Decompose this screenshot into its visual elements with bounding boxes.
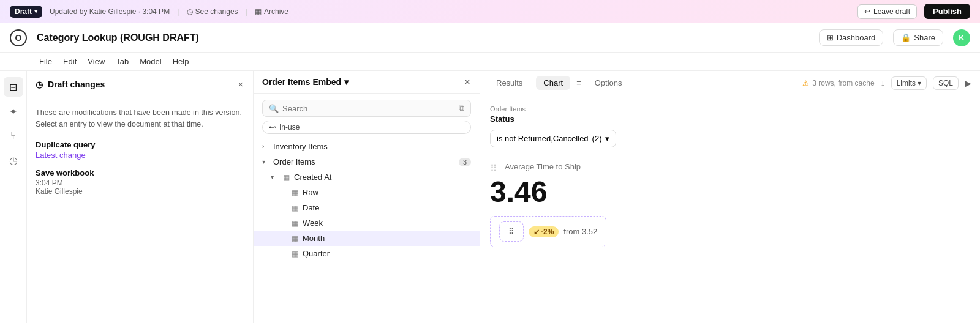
tree-order-items[interactable]: ▾ Order Items 3: [254, 154, 480, 169]
metric-value: 3.46: [490, 175, 970, 209]
tree-raw[interactable]: ▦ Raw: [254, 185, 480, 200]
link-icon: ⊷: [269, 123, 276, 132]
draft-item-title-2: Save workbook: [36, 168, 244, 177]
field-icon: ▦: [290, 204, 299, 212]
filter-select[interactable]: is not Returned,Cancelled (2) ▾: [490, 130, 616, 147]
draft-badge[interactable]: Draft ▾: [10, 6, 42, 18]
sliders-icon: ⧉: [459, 103, 464, 113]
warning-icon: ⚠: [802, 79, 809, 87]
chevron-right-icon: ›: [262, 143, 270, 150]
menu-edit[interactable]: Edit: [58, 54, 81, 69]
tree-inventory-items[interactable]: › Inventory Items: [254, 139, 480, 154]
draft-item-title-1: Duplicate query: [36, 140, 244, 149]
sidebar-icon-connections[interactable]: ⑂: [4, 126, 23, 146]
tree-label: Week: [303, 218, 323, 228]
change-arrow-icon: ↙: [533, 228, 540, 236]
menu-model[interactable]: Model: [135, 54, 166, 69]
menu-file[interactable]: File: [34, 54, 57, 69]
tree-quarter[interactable]: ▦ Quarter: [254, 246, 480, 261]
meta-text: Updated by Katie Gillespie · 3:04 PM: [50, 7, 170, 16]
archive-link[interactable]: ▦ Archive: [255, 7, 288, 16]
sidebar-icon-history[interactable]: ◷: [4, 150, 23, 170]
tree-label: Raw: [303, 188, 318, 197]
tab-options[interactable]: Options: [587, 76, 630, 90]
publish-button[interactable]: Publish: [924, 4, 970, 19]
embed-search-bar[interactable]: 🔍 ⧉: [262, 100, 471, 117]
dashboard-button[interactable]: ⊞ Dashboard: [819, 29, 884, 46]
share-button[interactable]: 🔒 Share: [893, 29, 943, 46]
draft-chevron-icon: ▾: [34, 8, 37, 15]
field-icon: ▦: [290, 188, 299, 197]
main-layout: ⊟ ✦ ⑂ ◷ ◷ Draft changes × These are modi…: [0, 71, 980, 323]
drag-handle-icon[interactable]: ⠿: [490, 163, 497, 174]
embed-chevron-icon: ▾: [344, 77, 349, 87]
archive-icon: ▦: [255, 7, 262, 16]
draft-info-text: These are modifications that have been m…: [36, 107, 244, 130]
draft-changes-panel: ◷ Draft changes × These are modification…: [27, 71, 254, 323]
draft-item-duplicate-query: Duplicate query Latest change: [36, 140, 244, 160]
chevron-down-icon: ▾: [271, 174, 278, 180]
metric-comparison: ⠿ ↙ -2% from 3.52: [490, 216, 606, 247]
top-bar: Draft ▾ Updated by Katie Gillespie · 3:0…: [0, 0, 980, 23]
page-title: Category Lookup (ROUGH DRAFT): [37, 32, 199, 43]
comparison-drag-icon[interactable]: ⠿: [499, 221, 524, 242]
filter-group-label: Order Items: [490, 105, 970, 113]
metric-label: Average Time to Ship: [505, 162, 581, 171]
tree-date[interactable]: ▦ Date: [254, 200, 480, 215]
chart-body: Order Items Status is not Returned,Cance…: [480, 95, 980, 323]
tree-label: Quarter: [303, 249, 330, 258]
embed-close-button[interactable]: ✕: [464, 77, 471, 87]
draft-item-time: 3:04 PM: [36, 179, 244, 187]
draft-panel-close-button[interactable]: ×: [237, 78, 244, 91]
embed-panel: Order Items Embed ▾ ✕ 🔍 ⧉ ⊷ In-use › Inv…: [254, 71, 480, 323]
in-use-chip[interactable]: ⊷ In-use: [262, 121, 471, 134]
draft-latest-change-link[interactable]: Latest change: [36, 150, 244, 160]
menu-help[interactable]: Help: [168, 54, 194, 69]
draft-item-user: Katie Gillespie: [36, 187, 244, 196]
title-bar: O Category Lookup (ROUGH DRAFT) ⊞ Dashbo…: [0, 23, 980, 53]
filter-value: is not Returned,Cancelled: [497, 134, 589, 143]
leave-draft-icon: ↩: [864, 7, 870, 16]
see-changes-link[interactable]: ◷ See changes: [187, 7, 238, 16]
filter-title: Status: [490, 114, 970, 124]
draft-item-save-workbook: Save workbook 3:04 PM Katie Gillespie: [36, 168, 244, 196]
options-icon: ≡: [576, 78, 581, 87]
embed-tree: › Inventory Items ▾ Order Items 3 ▾ ▦ Cr…: [254, 139, 480, 323]
draft-panel-title: ◷ Draft changes: [36, 80, 105, 89]
limits-chevron-icon: ▾: [918, 79, 921, 87]
tree-week[interactable]: ▦ Week: [254, 215, 480, 231]
field-icon: ▦: [290, 250, 299, 258]
draft-clock-icon: ◷: [36, 80, 43, 89]
filter-count: (2): [592, 134, 602, 143]
embed-header: Order Items Embed ▾ ✕: [254, 71, 480, 94]
tree-label: Order Items: [273, 157, 315, 166]
tree-label: Inventory Items: [273, 142, 328, 151]
tree-created-at[interactable]: ▾ ▦ Created At: [254, 169, 480, 185]
tab-chart[interactable]: Chart: [536, 76, 570, 90]
avatar[interactable]: K: [953, 29, 970, 46]
sidebar-icon-panel[interactable]: ⊟: [4, 77, 23, 97]
menu-view[interactable]: View: [83, 54, 110, 69]
change-badge: ↙ -2%: [529, 226, 559, 237]
draft-label: Draft: [15, 7, 32, 16]
tree-label: Month: [303, 234, 325, 243]
chevron-down-icon: ▾: [262, 158, 270, 165]
sql-button[interactable]: SQL: [933, 76, 959, 90]
field-icon: ▦: [290, 219, 299, 228]
menu-tab[interactable]: Tab: [111, 54, 134, 69]
sidebar-icon-ai[interactable]: ✦: [4, 102, 23, 121]
tree-count: 3: [459, 158, 471, 166]
clock-icon: ◷: [187, 7, 193, 16]
limits-button[interactable]: Limits ▾: [891, 76, 927, 90]
lock-icon: 🔒: [901, 33, 911, 42]
field-icon: ▦: [290, 234, 299, 243]
embed-title: Order Items Embed ▾: [262, 77, 349, 87]
tree-month[interactable]: ▦ Month: [254, 231, 480, 246]
leave-draft-button[interactable]: ↩ Leave draft: [858, 4, 917, 19]
tab-results[interactable]: Results: [489, 76, 530, 90]
app-logo: O: [10, 29, 27, 46]
tree-label: Created At: [294, 173, 331, 182]
download-button[interactable]: ↓: [881, 78, 885, 88]
run-button[interactable]: ▶: [965, 78, 971, 88]
search-input[interactable]: [282, 104, 455, 113]
